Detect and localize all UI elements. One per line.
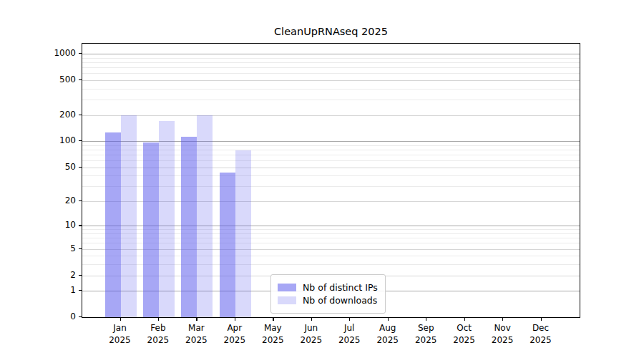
y-tick-label-100: 100 xyxy=(29,135,76,146)
bar-nb-of-downloads-apr-2025 xyxy=(235,150,251,317)
x-tick-label-dec-2025: Dec2025 xyxy=(519,322,562,347)
gridline-800 xyxy=(82,62,580,63)
x-tick-jan-2025 xyxy=(120,318,121,321)
x-tick-label-nov-2025: Nov2025 xyxy=(481,322,524,347)
gridline-900 xyxy=(82,58,580,59)
chart-figure: CleanUpRNAseq 2025 Nb of distinct IPs Nb… xyxy=(0,0,644,358)
y-tick-label-1: 1 xyxy=(29,284,76,296)
legend-swatch-downloads xyxy=(278,296,296,304)
x-tick-label-may-2025: May2025 xyxy=(251,322,294,347)
y-tick-label-50: 50 xyxy=(29,161,76,173)
plot-area: Nb of distinct IPs Nb of downloads xyxy=(82,43,580,318)
gridline-300 xyxy=(82,100,580,100)
bar-nb-of-distinct-ips-apr-2025 xyxy=(220,173,235,317)
legend: Nb of distinct IPs Nb of downloads xyxy=(270,274,386,314)
x-tick-label-jun-2025: Jun2025 xyxy=(290,322,333,347)
x-tick-oct-2025 xyxy=(464,318,465,321)
x-tick-mar-2025 xyxy=(196,318,197,321)
y-tick-label-0: 0 xyxy=(29,311,76,322)
x-tick-dec-2025 xyxy=(541,318,542,321)
bar-nb-of-downloads-mar-2025 xyxy=(197,115,213,318)
x-tick-label-oct-2025: Oct2025 xyxy=(443,322,486,347)
x-tick-label-jan-2025: Jan2025 xyxy=(99,322,142,347)
legend-item-distinct-ips: Nb of distinct IPs xyxy=(278,282,378,293)
gridline-600 xyxy=(82,73,580,74)
x-tick-jul-2025 xyxy=(349,318,350,321)
y-tick-500 xyxy=(79,79,82,80)
x-tick-label-feb-2025: Feb2025 xyxy=(137,322,180,347)
x-tick-feb-2025 xyxy=(158,318,159,321)
y-tick-label-5: 5 xyxy=(29,243,76,254)
y-tick-5 xyxy=(79,248,82,249)
y-tick-10 xyxy=(79,225,82,226)
x-tick-label-aug-2025: Aug2025 xyxy=(366,322,409,347)
bar-nb-of-distinct-ips-jan-2025 xyxy=(105,132,121,317)
x-tick-label-jul-2025: Jul2025 xyxy=(328,322,371,347)
bar-nb-of-distinct-ips-mar-2025 xyxy=(181,137,197,317)
gridline-700 xyxy=(82,67,580,68)
y-tick-0 xyxy=(79,316,82,317)
legend-label-distinct-ips: Nb of distinct IPs xyxy=(303,282,378,293)
y-tick-label-20: 20 xyxy=(29,195,76,206)
gridline-500 xyxy=(82,80,580,81)
legend-item-downloads: Nb of downloads xyxy=(278,295,378,306)
x-tick-aug-2025 xyxy=(388,318,389,321)
bar-nb-of-downloads-feb-2025 xyxy=(159,121,175,317)
y-tick-label-2: 2 xyxy=(29,269,76,281)
gridline-200 xyxy=(82,115,580,116)
x-tick-apr-2025 xyxy=(235,318,235,321)
x-tick-label-sep-2025: Sep2025 xyxy=(404,322,447,347)
y-tick-200 xyxy=(79,115,82,115)
y-tick-100 xyxy=(79,140,82,141)
y-tick-label-500: 500 xyxy=(29,74,76,85)
legend-swatch-distinct-ips xyxy=(278,284,296,291)
gridline-1000 xyxy=(82,54,580,54)
chart-title: CleanUpRNAseq 2025 xyxy=(82,26,580,37)
gridline-100 xyxy=(82,141,580,142)
x-tick-jun-2025 xyxy=(311,318,312,321)
bar-nb-of-distinct-ips-feb-2025 xyxy=(143,142,159,317)
y-tick-label-1000: 1000 xyxy=(29,47,76,59)
y-tick-1 xyxy=(79,290,82,291)
y-tick-label-10: 10 xyxy=(29,219,76,231)
y-tick-20 xyxy=(79,200,82,201)
gridline-400 xyxy=(82,89,580,90)
x-tick-sep-2025 xyxy=(426,318,426,321)
y-tick-label-200: 200 xyxy=(29,109,76,120)
x-tick-may-2025 xyxy=(273,318,273,321)
x-tick-label-apr-2025: Apr2025 xyxy=(213,322,256,347)
y-tick-50 xyxy=(79,167,82,168)
x-tick-nov-2025 xyxy=(502,318,503,321)
x-tick-label-mar-2025: Mar2025 xyxy=(175,322,218,347)
y-tick-1000 xyxy=(79,53,82,54)
bar-nb-of-downloads-jan-2025 xyxy=(121,115,137,318)
y-tick-2 xyxy=(79,275,82,276)
legend-label-downloads: Nb of downloads xyxy=(303,295,377,306)
